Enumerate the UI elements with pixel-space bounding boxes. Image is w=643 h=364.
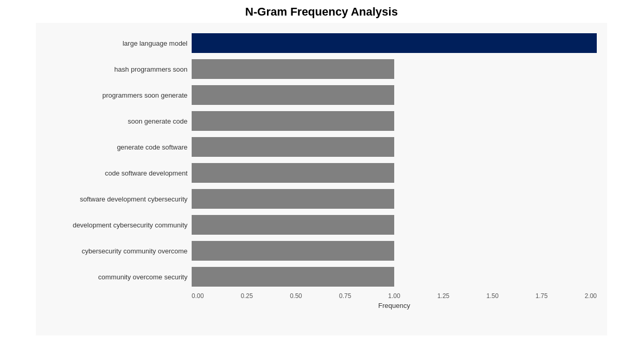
x-tick: 0.50 [290, 292, 302, 300]
bar-row: soon generate code [41, 109, 597, 133]
x-tick: 1.75 [535, 292, 547, 300]
bar-row: generate code software [41, 134, 597, 159]
chart-container: large language modelhash programmers soo… [36, 23, 607, 335]
x-tick: 0.25 [241, 292, 253, 300]
bar-label: community overcome security [41, 273, 192, 281]
bar-row: cybersecurity community overcome [41, 238, 597, 263]
bar-area [192, 137, 597, 157]
bar-area [192, 163, 597, 183]
x-tick: 0.75 [339, 292, 351, 300]
x-axis-label: Frequency [192, 302, 597, 309]
bar-label: large language model [41, 39, 192, 47]
bar-fill [192, 189, 394, 209]
bar-row: hash programmers soon [41, 57, 597, 82]
bar-area [192, 215, 597, 235]
bar-area [192, 85, 597, 105]
bar-fill [192, 85, 394, 105]
bar-area [192, 111, 597, 131]
bar-label: code software development [41, 169, 192, 177]
bar-fill [192, 215, 394, 235]
bar-label: hash programmers soon [41, 65, 192, 73]
bar-fill [192, 241, 394, 261]
x-tick: 0.00 [192, 292, 204, 300]
bar-row: software development cybersecurity [41, 186, 597, 211]
bar-row: large language model [41, 31, 597, 56]
bar-area [192, 189, 597, 209]
bar-row: code software development [41, 160, 597, 185]
x-tick: 1.00 [388, 292, 400, 300]
bar-fill [192, 163, 394, 183]
bar-area [192, 267, 597, 287]
bar-fill [192, 59, 394, 79]
chart-title: N-Gram Frequency Analysis [245, 5, 398, 19]
bar-label: soon generate code [41, 117, 192, 125]
bar-row: programmers soon generate [41, 83, 597, 107]
bar-fill [192, 33, 597, 53]
bar-label: programmers soon generate [41, 91, 192, 99]
bar-area [192, 241, 597, 261]
x-tick: 1.50 [486, 292, 498, 300]
bar-fill [192, 267, 394, 287]
bar-row: community overcome security [41, 264, 597, 289]
bar-fill [192, 111, 394, 131]
bar-row: development cybersecurity community [41, 212, 597, 237]
bar-area [192, 33, 597, 53]
bar-label: software development cybersecurity [41, 195, 192, 203]
bar-label: cybersecurity community overcome [41, 247, 192, 255]
x-tick: 2.00 [585, 292, 597, 300]
bar-label: development cybersecurity community [41, 221, 192, 229]
bar-fill [192, 137, 394, 157]
x-tick: 1.25 [437, 292, 449, 300]
bar-area [192, 59, 597, 79]
bar-label: generate code software [41, 143, 192, 151]
